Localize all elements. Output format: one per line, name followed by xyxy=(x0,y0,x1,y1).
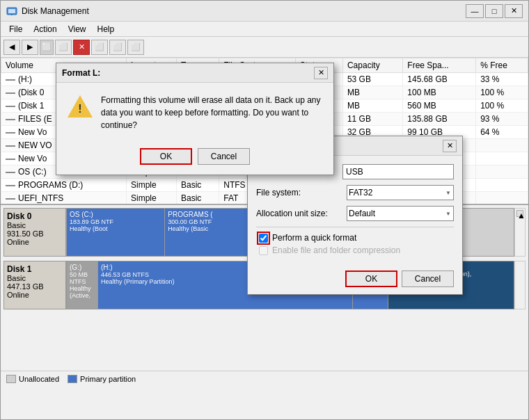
col-free[interactable]: Free Spa... xyxy=(403,58,476,73)
cell-pct: 64 % xyxy=(476,126,528,139)
volume-label-input[interactable] xyxy=(342,164,454,179)
warning-ok-button[interactable]: OK xyxy=(140,148,192,165)
forward-button[interactable]: ▶ xyxy=(22,40,38,55)
back-button[interactable]: ◀ xyxy=(3,40,20,55)
cell-free: 100 MB xyxy=(403,86,476,99)
cell-pct: 100 % xyxy=(476,86,528,99)
disk1-label: Disk 1 Basic 447.13 GB Online xyxy=(3,261,66,309)
cell-volume: PROGRAMS (D:) xyxy=(1,179,127,192)
disk0-name: Disk 0 xyxy=(7,211,63,221)
disk0-status: Online xyxy=(7,238,63,246)
warning-close-button[interactable]: ✕ xyxy=(314,67,328,79)
legend-primary: Primary partition xyxy=(68,375,136,383)
cell-type: Basic xyxy=(176,179,219,192)
svg-point-2 xyxy=(11,14,13,15)
cell-pct: 33 % xyxy=(476,73,528,86)
warning-message: Formatting this volume will erase all da… xyxy=(101,94,322,131)
warning-buttons: OK Cancel xyxy=(56,143,333,175)
file-system-row: File system: FAT32 NTFS exFAT xyxy=(256,185,454,200)
menu-bar: File Action View Help xyxy=(1,22,528,37)
menu-file[interactable]: File xyxy=(3,23,28,35)
svg-rect-1 xyxy=(8,9,15,13)
warning-exclamation: ! xyxy=(78,104,81,115)
legend-unalloc-label: Unallocated xyxy=(19,375,59,383)
cell-free: 145.68 GB xyxy=(403,73,476,86)
cell-capacity: MB xyxy=(342,99,402,113)
disk1-status: Online xyxy=(7,291,63,299)
warning-title-bar: Format L: ✕ xyxy=(56,63,333,83)
format-cancel-button[interactable]: Cancel xyxy=(402,270,454,287)
legend-primary-label: Primary partition xyxy=(80,375,136,383)
quick-format-label: Perform a quick format xyxy=(272,233,356,243)
toolbar-btn-5[interactable]: ✕ xyxy=(73,40,90,55)
cell-pct xyxy=(476,152,528,165)
quick-format-checkbox[interactable] xyxy=(259,234,268,243)
disk1-name: Disk 1 xyxy=(7,264,63,274)
file-system-label-text: File system: xyxy=(256,188,347,197)
col-capacity[interactable]: Capacity xyxy=(342,58,402,73)
window-controls: — □ ✕ xyxy=(466,4,523,18)
warning-icon: ! xyxy=(68,94,93,119)
legend-primary-box xyxy=(68,375,77,383)
quick-format-row: Perform a quick format xyxy=(256,233,454,243)
title-bar: Disk Management — □ ✕ xyxy=(1,1,528,22)
close-button[interactable]: ✕ xyxy=(505,4,523,18)
toolbar: ◀ ▶ ⬜ ⬜ ✕ ⬜ ⬜ ⬜ xyxy=(1,37,528,58)
disk0-size: 931.50 GB xyxy=(7,229,63,238)
disk1-type: Basic xyxy=(7,274,63,282)
cell-pct: 100 % xyxy=(476,99,528,113)
maximize-button[interactable]: □ xyxy=(485,4,503,18)
cell-pct xyxy=(476,179,528,192)
col-pct[interactable]: % Free xyxy=(476,58,528,73)
cell-layout: Simple xyxy=(127,179,177,192)
cell-capacity: MB xyxy=(342,86,402,99)
minimize-button[interactable]: — xyxy=(466,4,484,18)
cell-pct xyxy=(476,192,528,204)
file-system-select[interactable]: FAT32 NTFS exFAT xyxy=(347,185,454,200)
format-ok-button[interactable]: OK xyxy=(345,270,397,287)
format-dialog-close-button[interactable]: ✕ xyxy=(443,140,457,152)
disk0-label: Disk 0 Basic 931.50 GB Online xyxy=(3,208,66,257)
cell-capacity: 53 GB xyxy=(342,73,402,86)
menu-view[interactable]: View xyxy=(63,23,92,35)
cell-free: 135.88 GB xyxy=(403,113,476,126)
cell-pct: 93 % xyxy=(476,113,528,126)
toolbar-btn-6[interactable]: ⬜ xyxy=(91,40,108,55)
partition-label: (G:) xyxy=(70,264,95,271)
cell-pct xyxy=(476,165,528,179)
compression-label: Enable file and folder compression xyxy=(272,245,400,255)
format-dialog-buttons: OK Cancel xyxy=(248,266,462,294)
toolbar-btn-3[interactable]: ⬜ xyxy=(40,40,54,55)
toolbar-btn-4[interactable]: ⬜ xyxy=(55,40,72,55)
scrollbar-up[interactable]: ▲ xyxy=(516,210,523,217)
cell-free: 560 MB xyxy=(403,99,476,113)
compression-row: Enable file and folder compression xyxy=(256,245,454,255)
partition-detail: 183.89 GB NTFHealthy (Boot xyxy=(70,218,161,232)
cell-capacity: 11 GB xyxy=(342,113,402,126)
alloc-unit-label-text: Allocation unit size: xyxy=(256,209,347,218)
alloc-unit-select-wrapper: Default 512 1024 2048 4096 xyxy=(347,206,454,221)
alloc-unit-select[interactable]: Default 512 1024 2048 4096 xyxy=(347,206,454,221)
warning-cancel-button[interactable]: Cancel xyxy=(198,148,250,165)
toolbar-btn-8[interactable]: ⬜ xyxy=(127,40,144,55)
warning-dialog: Format L: ✕ ! Formatting this volume wil… xyxy=(56,63,334,175)
compression-checkbox xyxy=(259,246,268,255)
partition-label: OS (C:) xyxy=(70,211,161,218)
warning-title: Format L: xyxy=(62,68,314,78)
cell-layout: Simple xyxy=(127,192,177,204)
format-dialog-divider xyxy=(256,227,454,227)
disk1-size: 447.13 GB xyxy=(7,282,63,291)
legend-unalloc-box xyxy=(6,375,16,383)
menu-action[interactable]: Action xyxy=(28,23,62,35)
menu-help[interactable]: Help xyxy=(92,23,120,35)
alloc-unit-row: Allocation unit size: Default 512 1024 2… xyxy=(256,206,454,221)
disk1-partition-g[interactable]: (G:) 50 MB NTFSHealthy (Active, xyxy=(67,261,98,309)
disk0-partition-os[interactable]: OS (C:) 183.89 GB NTFHealthy (Boot xyxy=(67,209,165,256)
legend-unallocated: Unallocated xyxy=(6,375,59,383)
file-system-select-wrapper: FAT32 NTFS exFAT xyxy=(347,185,454,200)
partition-detail: 50 MB NTFSHealthy (Active, xyxy=(70,271,95,299)
disk0-type: Basic xyxy=(7,221,63,229)
warning-body: ! Formatting this volume will erase all … xyxy=(56,83,333,143)
toolbar-btn-7[interactable]: ⬜ xyxy=(109,40,126,55)
legend-bar: Unallocated Primary partition xyxy=(1,371,528,386)
